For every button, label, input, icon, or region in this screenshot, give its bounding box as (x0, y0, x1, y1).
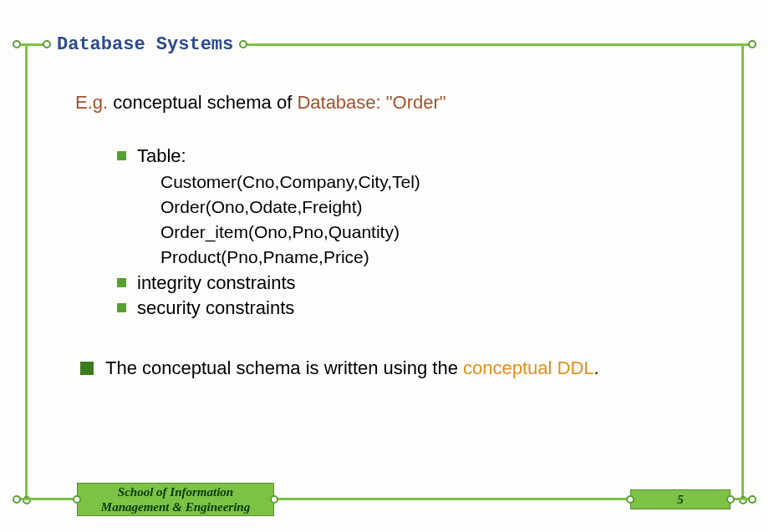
footer-school-line1: School of Information (118, 484, 233, 499)
footer-page-box: 5 (630, 489, 731, 509)
heading-prefix: E.g. (75, 92, 108, 113)
slide-content: E.g. conceptual schema of Database: "Ord… (75, 92, 719, 465)
main-bullet: The conceptual schema is written using t… (80, 357, 719, 379)
table-row: Order(Ono,Odate,Freight) (160, 197, 719, 217)
main-bullet-highlight: conceptual DDL (463, 357, 594, 378)
bullet-label: Table: (137, 145, 186, 166)
left-border (25, 43, 28, 500)
circle-decoration-icon (270, 495, 278, 504)
circle-decoration-icon (13, 40, 21, 48)
page-number: 5 (677, 492, 684, 507)
circle-decoration-icon (43, 40, 51, 48)
right-border (741, 43, 744, 500)
circle-decoration-icon (748, 495, 756, 504)
bullet-integrity: integrity constraints (117, 272, 719, 294)
heading-mid: conceptual schema of (108, 92, 297, 113)
circle-decoration-icon (748, 40, 756, 48)
border-segment (243, 43, 752, 46)
slide: Database Systems E.g. conceptual schema … (0, 0, 769, 532)
heading-dbname: Database: "Order" (297, 92, 446, 113)
circle-decoration-icon (726, 495, 735, 504)
border-segment (17, 43, 47, 46)
table-list: Customer(Cno,Company,City,Tel) Order(Ono… (160, 172, 719, 267)
top-border: Database Systems (17, 43, 752, 45)
bottom-border: School of Information Management & Engin… (17, 498, 752, 500)
circle-decoration-icon (239, 40, 247, 48)
table-row: Order_item(Ono,Pno,Quantity) (160, 222, 719, 242)
bullet-list: Table: Customer(Cno,Company,City,Tel) Or… (117, 145, 719, 319)
table-row: Product(Pno,Pname,Price) (160, 247, 719, 267)
circle-decoration-icon (13, 495, 21, 504)
content-heading: E.g. conceptual schema of Database: "Ord… (75, 92, 719, 114)
main-bullet-suffix: . (594, 357, 599, 378)
table-row: Customer(Cno,Company,City,Tel) (160, 172, 719, 192)
circle-decoration-icon (73, 495, 81, 504)
border-segment (731, 498, 752, 500)
slide-title: Database Systems (47, 34, 243, 55)
circle-decoration-icon (626, 495, 634, 504)
border-segment (274, 498, 630, 500)
main-bullet-prefix: The conceptual schema is written using t… (105, 357, 463, 378)
footer-school-line2: Management & Engineering (101, 499, 250, 514)
bullet-table: Table: Customer(Cno,Company,City,Tel) Or… (117, 145, 719, 267)
footer-school-box: School of Information Management & Engin… (77, 483, 274, 516)
bullet-security: security constraints (117, 297, 719, 319)
border-segment (17, 498, 77, 500)
